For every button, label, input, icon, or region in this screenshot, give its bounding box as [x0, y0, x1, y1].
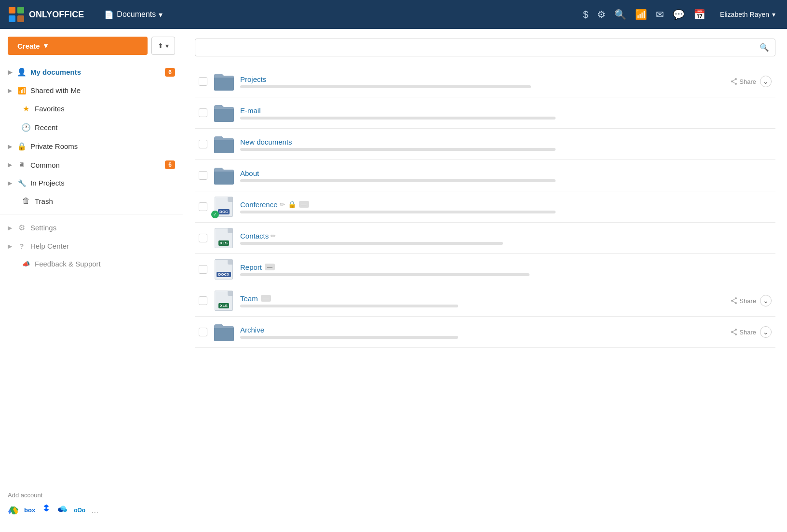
- svg-rect-0: [9, 7, 15, 13]
- sidebar-item-favorites[interactable]: ★ Favorites: [0, 99, 183, 118]
- expand-arrow-icon: ▶: [8, 225, 12, 231]
- shared-icon: 📶: [17, 87, 27, 94]
- sidebar-item-label: Settings: [30, 224, 175, 232]
- table-row[interactable]: XLS Team — Share ⌄: [195, 285, 775, 317]
- cloud-icons: box oOo ...: [8, 504, 175, 517]
- edit-icon[interactable]: ✏: [271, 232, 276, 239]
- sidebar-item-recent[interactable]: 🕐 Recent: [0, 118, 183, 137]
- settings-nav-icon: ⚙: [17, 223, 27, 232]
- upload-button[interactable]: ⬆ ▾: [151, 37, 175, 55]
- table-row[interactable]: About: [195, 160, 775, 191]
- table-row[interactable]: Projects Share ⌄: [195, 66, 775, 97]
- user-menu[interactable]: Elizabeth Rayen ▾: [716, 9, 779, 20]
- file-checkbox[interactable]: [199, 234, 207, 242]
- svg-line-11: [732, 81, 736, 84]
- svg-line-16: [732, 301, 736, 303]
- table-row[interactable]: XLS Contacts ✏: [195, 223, 775, 254]
- svg-point-6: [61, 506, 66, 510]
- share-button[interactable]: Share: [731, 329, 756, 336]
- file-checkbox[interactable]: [199, 265, 207, 274]
- file-checkbox[interactable]: [199, 140, 207, 148]
- nav-icons: $ ⚙ 🔍 📶 ✉ 💬 📅: [583, 9, 706, 20]
- share-icon: [731, 78, 737, 85]
- content-area: 🔍 Projects Share ⌄: [183, 29, 787, 532]
- sidebar-actions: Create ▾ ⬆ ▾: [0, 37, 183, 63]
- box-icon[interactable]: box: [24, 506, 35, 514]
- more-clouds-icon[interactable]: ...: [91, 505, 98, 515]
- search-submit-icon[interactable]: 🔍: [760, 43, 769, 52]
- sidebar: Create ▾ ⬆ ▾ ▶ 👤 My documents 6 ▶ 📶 Shar…: [0, 29, 183, 532]
- dash-tag: —: [261, 295, 271, 302]
- sidebar-item-settings[interactable]: ▶ ⚙ Settings: [0, 218, 183, 237]
- file-name: Contacts ✏: [240, 232, 766, 240]
- share-button[interactable]: Share: [731, 297, 756, 305]
- search-input[interactable]: [201, 44, 760, 52]
- add-account-label: Add account: [8, 492, 175, 499]
- file-name: Conference ✏ 🔒 —: [240, 200, 766, 209]
- search-icon[interactable]: 🔍: [614, 9, 626, 20]
- logo[interactable]: ONLYOFFICE: [8, 6, 84, 23]
- file-checkbox[interactable]: [199, 108, 207, 117]
- file-name-area: Report —: [240, 263, 766, 276]
- table-row[interactable]: DOCX Report —: [195, 254, 775, 285]
- file-name-area: New documents: [240, 138, 766, 151]
- file-meta: [240, 273, 529, 276]
- file-checkbox[interactable]: [199, 296, 207, 305]
- settings-icon[interactable]: ⚙: [597, 9, 606, 20]
- folder-icon: [213, 133, 234, 155]
- sidebar-item-private-rooms[interactable]: ▶ 🔒 Private Rooms: [0, 137, 183, 156]
- chat-icon[interactable]: 💬: [673, 9, 685, 20]
- file-meta: [240, 242, 503, 245]
- sidebar-item-my-documents[interactable]: ▶ 👤 My documents 6: [0, 63, 183, 81]
- table-row[interactable]: DOC ✓ Conference ✏ 🔒 —: [195, 191, 775, 223]
- file-name-area: E-mail: [240, 106, 766, 120]
- logo-icon: [8, 6, 25, 23]
- documents-label: Documents: [117, 10, 156, 19]
- table-row[interactable]: E-mail: [195, 97, 775, 129]
- svg-line-20: [732, 330, 736, 332]
- sidebar-item-label: My documents: [30, 68, 161, 76]
- table-row[interactable]: New documents: [195, 129, 775, 160]
- file-checkbox[interactable]: [199, 202, 207, 211]
- file-name: Team —: [240, 294, 725, 303]
- sidebar-item-label: Help Center: [30, 242, 175, 250]
- onedrive-icon[interactable]: [57, 504, 68, 517]
- edit-icon[interactable]: ✏: [280, 201, 285, 208]
- row-dropdown-button[interactable]: ⌄: [760, 295, 772, 306]
- expand-arrow-icon: ▶: [8, 69, 12, 76]
- talk-icon[interactable]: 📶: [635, 9, 647, 20]
- calendar-icon[interactable]: 📅: [693, 9, 706, 20]
- common-badge: 6: [165, 160, 175, 169]
- file-name-area: About: [240, 169, 766, 182]
- sidebar-item-common[interactable]: ▶ 🖥 Common 6: [0, 156, 183, 174]
- mail-icon[interactable]: ✉: [656, 9, 664, 20]
- dropbox-icon[interactable]: [41, 504, 52, 517]
- private-rooms-icon: 🔒: [17, 142, 27, 151]
- sidebar-bottom: Add account box oOo ...: [0, 484, 183, 524]
- sidebar-item-feedback[interactable]: 📣 Feedback & Support: [0, 255, 183, 273]
- row-dropdown-button[interactable]: ⌄: [760, 76, 772, 87]
- file-checkbox[interactable]: [199, 171, 207, 180]
- file-meta: [240, 211, 556, 213]
- row-dropdown-button[interactable]: ⌄: [760, 326, 772, 338]
- sidebar-item-shared-with-me[interactable]: ▶ 📶 Shared with Me: [0, 81, 183, 99]
- file-checkbox[interactable]: [199, 328, 207, 336]
- nextcloud-icon[interactable]: oOo: [74, 507, 85, 514]
- create-button[interactable]: Create ▾: [8, 37, 148, 55]
- sidebar-item-help-center[interactable]: ▶ ? Help Center: [0, 237, 183, 255]
- user-name: Elizabeth Rayen: [720, 11, 769, 18]
- sidebar-item-in-projects[interactable]: ▶ 🔧 In Projects: [0, 174, 183, 192]
- crm-icon[interactable]: $: [583, 9, 588, 20]
- file-name-area: Archive: [240, 326, 725, 339]
- xlsx-file-icon: XLS: [213, 227, 234, 249]
- folder-icon: [213, 71, 234, 92]
- table-row[interactable]: Archive Share ⌄: [195, 317, 775, 348]
- share-button[interactable]: Share: [731, 78, 756, 85]
- documents-nav[interactable]: 📄 Documents ▾: [99, 7, 167, 22]
- file-list: Projects Share ⌄ E-mail: [195, 66, 775, 348]
- google-drive-icon[interactable]: [8, 505, 18, 516]
- file-name: New documents: [240, 138, 766, 146]
- file-checkbox[interactable]: [199, 77, 207, 86]
- sidebar-item-trash[interactable]: 🗑 Trash: [0, 192, 183, 210]
- file-actions: Share ⌄: [731, 76, 772, 87]
